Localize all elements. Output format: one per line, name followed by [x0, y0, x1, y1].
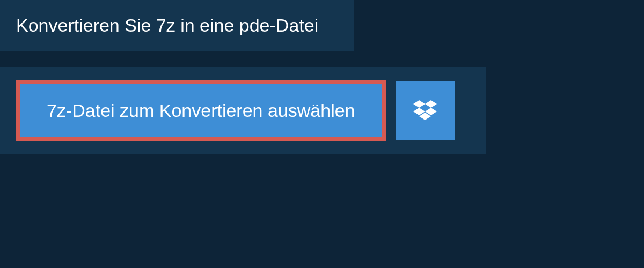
upload-panel: 7z-Datei zum Konvertieren auswählen: [0, 67, 486, 154]
select-file-button[interactable]: 7z-Datei zum Konvertieren auswählen: [20, 84, 382, 137]
svg-marker-1: [425, 100, 437, 108]
page-title: Konvertieren Sie 7z in eine pde-Datei: [16, 15, 338, 36]
file-select-highlight: 7z-Datei zum Konvertieren auswählen: [16, 80, 386, 141]
dropbox-icon: [413, 100, 437, 122]
svg-marker-0: [413, 100, 425, 108]
dropbox-button[interactable]: [396, 81, 455, 140]
header-bar: Konvertieren Sie 7z in eine pde-Datei: [0, 0, 354, 51]
